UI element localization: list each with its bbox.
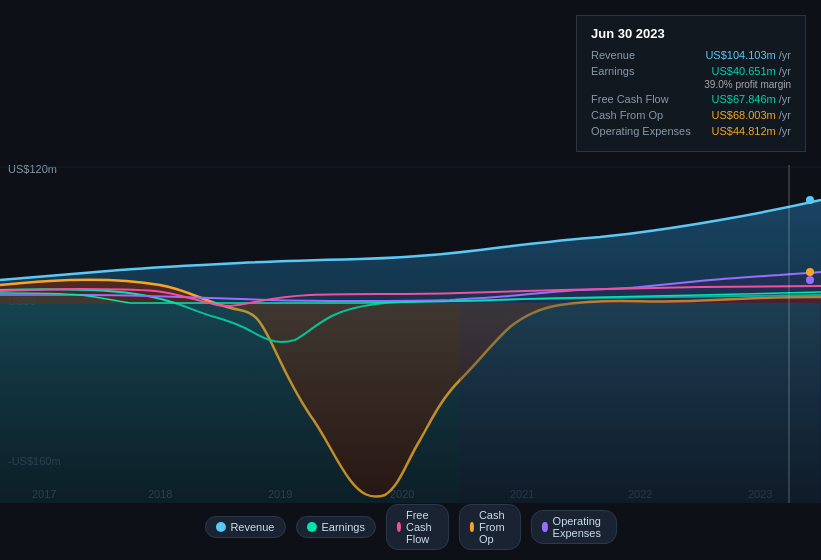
- legend-item-revenue[interactable]: Revenue: [204, 516, 285, 538]
- tooltip-label-fcf: Free Cash Flow: [591, 93, 669, 105]
- legend-dot-cashfromop: [470, 522, 474, 532]
- legend-dot-revenue: [215, 522, 225, 532]
- tooltip-value-revenue: US$104.103m /yr: [705, 49, 791, 61]
- legend-item-opex[interactable]: Operating Expenses: [531, 510, 616, 544]
- legend-dot-opex: [542, 522, 547, 532]
- legend-dot-earnings: [306, 522, 316, 532]
- tooltip-row-opex: Operating Expenses US$44.812m /yr: [591, 125, 791, 137]
- legend-label-earnings: Earnings: [321, 521, 364, 533]
- chart-legend: Revenue Earnings Free Cash Flow Cash Fro…: [204, 504, 616, 550]
- earnings-fill: [0, 293, 820, 503]
- chart-area: [0, 165, 821, 505]
- tooltip-value-cashfromop: US$68.003m /yr: [712, 109, 792, 121]
- tooltip-value-earnings: US$40.651m /yr: [712, 65, 792, 77]
- tooltip-row-cashfromop: Cash From Op US$68.003m /yr: [591, 109, 791, 121]
- tooltip-row-fcf: Free Cash Flow US$67.846m /yr: [591, 93, 791, 105]
- cashfromop-cursor-dot: [806, 268, 814, 276]
- legend-item-fcf[interactable]: Free Cash Flow: [386, 504, 449, 550]
- tooltip-row-revenue: Revenue US$104.103m /yr: [591, 49, 791, 61]
- tooltip-date: Jun 30 2023: [591, 26, 791, 41]
- legend-label-revenue: Revenue: [230, 521, 274, 533]
- tooltip-value-fcf: US$67.846m /yr: [712, 93, 792, 105]
- tooltip-sub-earnings: 39.0% profit margin: [591, 79, 791, 90]
- tooltip-label-opex: Operating Expenses: [591, 125, 691, 137]
- tooltip-row-earnings: Earnings US$40.651m /yr: [591, 65, 791, 77]
- tooltip-label-earnings: Earnings: [591, 65, 634, 77]
- data-tooltip: Jun 30 2023 Revenue US$104.103m /yr Earn…: [576, 15, 806, 152]
- legend-dot-fcf: [397, 522, 401, 532]
- legend-item-cashfromop[interactable]: Cash From Op: [459, 504, 522, 550]
- tooltip-label-cashfromop: Cash From Op: [591, 109, 663, 121]
- opex-cursor-dot: [806, 276, 814, 284]
- revenue-cursor-dot: [806, 196, 814, 204]
- legend-label-opex: Operating Expenses: [553, 515, 606, 539]
- tooltip-label-revenue: Revenue: [591, 49, 635, 61]
- chart-svg: [0, 165, 821, 505]
- legend-label-fcf: Free Cash Flow: [406, 509, 438, 545]
- tooltip-value-opex: US$44.812m /yr: [712, 125, 792, 137]
- legend-item-earnings[interactable]: Earnings: [295, 516, 375, 538]
- legend-label-cashfromop: Cash From Op: [479, 509, 510, 545]
